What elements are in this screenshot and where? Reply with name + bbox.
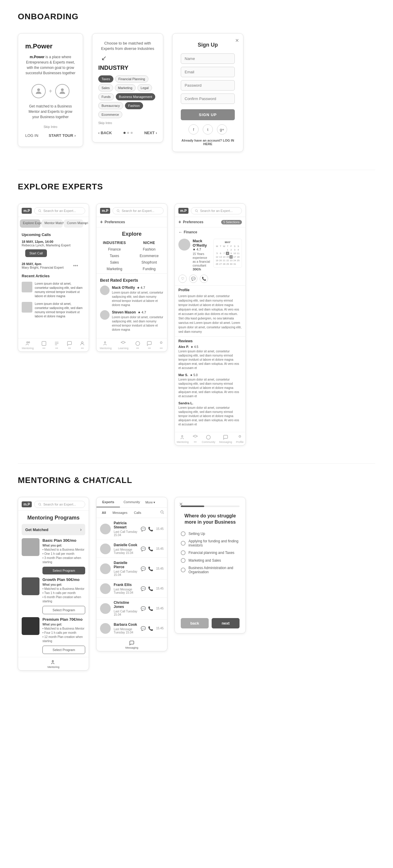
prefs-label-2[interactable]: Preferences <box>104 220 125 224</box>
chat-item[interactable]: Christine Jones Last Call Tuesday 15.04 … <box>96 597 167 620</box>
close-icon-struggle[interactable]: ✕ <box>179 501 183 507</box>
search-bar-m1[interactable]: Search for an Expert... <box>34 501 85 508</box>
tab-explore-experts[interactable]: Explore Experts <box>20 219 40 228</box>
twitter-icon[interactable]: t <box>203 124 213 134</box>
filter-calls[interactable]: Calls <box>131 510 143 515</box>
tag-ecommerce[interactable]: Ecommerce <box>98 111 122 118</box>
back-finance[interactable]: ← Finance <box>175 227 245 236</box>
skip-intro-1[interactable]: Skip Intro <box>43 125 57 128</box>
call-icon-chat[interactable]: 📞 <box>148 566 153 571</box>
tag-fashion[interactable]: Fashion <box>125 102 143 109</box>
nav-mentoring-m1[interactable]: Mentoring <box>48 660 59 669</box>
struggle-option[interactable]: Marketing and Sales <box>181 558 240 563</box>
tab-community[interactable]: Community <box>120 497 143 507</box>
nav-2[interactable]: ••• <box>41 341 47 350</box>
chat-item[interactable]: Danielle Cook Last Message Tuesday 15.04… <box>96 540 167 558</box>
tag-financial-planning[interactable]: Financial Planning <box>115 75 148 83</box>
filter-all[interactable]: All <box>99 510 108 515</box>
call-icon-chat[interactable]: 📞 <box>148 626 153 631</box>
niche-item-fashion[interactable]: Fashion <box>135 247 163 251</box>
call-icon-chat[interactable]: 📞 <box>148 606 153 611</box>
back-button[interactable]: back <box>181 618 209 628</box>
tag-legal[interactable]: Legal <box>138 84 152 91</box>
select-btn-basic[interactable]: Select Program <box>42 567 85 575</box>
nav-5[interactable]: ••• <box>80 341 85 350</box>
nav-3c[interactable]: ••• <box>193 435 198 443</box>
search-icon-chat[interactable] <box>160 510 164 515</box>
email-input[interactable] <box>181 67 235 77</box>
call-icon-chat[interactable]: 📞 <box>148 547 153 551</box>
industry-item-finance[interactable]: Finance <box>100 247 129 251</box>
message-icon-chat[interactable]: 💬 <box>141 566 146 571</box>
phone-icon[interactable]: 📞 <box>200 275 208 283</box>
nav-mentoring-3[interactable]: Mentoring <box>177 435 189 443</box>
nav-5b[interactable]: ••• <box>158 341 164 350</box>
niche-item-shopfront[interactable]: Shopfront <box>135 260 163 265</box>
prefs-label-3[interactable]: Preferences <box>183 220 203 224</box>
heart-icon[interactable]: ♡ <box>178 275 187 283</box>
facebook-icon[interactable]: f <box>188 124 199 134</box>
tab-comm-masteri[interactable]: Comm Masteri <box>64 219 83 228</box>
back-nav-btn[interactable]: ‹ BACK <box>98 131 112 135</box>
chat-item[interactable]: Frank Ellis Last Message Tuesday 15.04 💬… <box>96 580 167 597</box>
password-input[interactable] <box>181 80 235 91</box>
message-icon-chat[interactable]: 💬 <box>141 626 146 631</box>
search-bar-1[interactable]: Search for an Expert... <box>34 207 85 214</box>
nav-mentoring-2[interactable]: Mentoring <box>100 341 112 350</box>
tabs-arrow[interactable]: › <box>84 219 87 228</box>
industry-item-taxes[interactable]: Taxes <box>100 254 129 258</box>
name-input[interactable] <box>181 54 235 64</box>
tag-business-management[interactable]: Business Management <box>116 93 155 100</box>
struggle-option[interactable]: Financial planning and Taxes <box>181 550 240 555</box>
message-icon-chat[interactable]: 💬 <box>141 547 146 551</box>
call-more-icon[interactable]: ••• <box>69 262 82 270</box>
tag-taxes[interactable]: Taxes <box>98 75 113 83</box>
tab-more[interactable]: More ▾ <box>144 497 167 507</box>
next-nav-btn[interactable]: NEXT › <box>144 131 157 135</box>
tag-funds[interactable]: Funds <box>98 93 114 100</box>
select-btn-growth[interactable]: Select Program <box>42 606 85 614</box>
close-icon[interactable]: ✕ <box>235 38 239 43</box>
message-icon-chat[interactable]: 💬 <box>141 527 146 531</box>
login-link[interactable]: LOG IN <box>25 133 38 138</box>
call-icon-chat[interactable]: 📞 <box>148 527 153 531</box>
struggle-option[interactable]: Setting Up <box>181 531 240 536</box>
skip-intro-2[interactable]: Skip Intro <box>98 121 157 125</box>
tag-sales[interactable]: Sales <box>98 84 113 91</box>
select-btn-premium[interactable]: Select Program <box>42 646 85 654</box>
signup-button[interactable]: SIGN UP <box>181 109 235 120</box>
struggle-option[interactable]: Business Administration and Organisation <box>181 566 240 574</box>
search-bar-2[interactable]: Search for an Expert... <box>113 207 163 214</box>
message-icon-chat[interactable]: 💬 <box>141 606 146 611</box>
prefs-plus-icon-3[interactable]: + <box>178 219 181 225</box>
confirm-password-input[interactable] <box>181 94 235 104</box>
niche-item-funding[interactable]: Funding <box>135 267 163 271</box>
nav-learning[interactable]: Learning <box>118 341 128 350</box>
start-call-btn[interactable]: Start Call <box>25 249 47 257</box>
chat-item[interactable]: Patricia Stewart Last Call Tuesday 15.04… <box>96 518 167 540</box>
google-plus-icon[interactable]: g+ <box>217 124 227 134</box>
nav-mentoring[interactable]: Mentoring <box>22 341 34 350</box>
call-icon-chat[interactable]: 📞 <box>148 586 153 591</box>
nav-profile[interactable]: Profile <box>236 435 244 443</box>
nav-messaging[interactable]: Messaging <box>219 435 232 443</box>
start-tour-btn[interactable]: START TOUR › <box>49 133 76 138</box>
message-icon-chat[interactable]: 💬 <box>141 586 146 591</box>
nav-4b[interactable]: ••• <box>147 341 152 350</box>
chat-nav-messaging[interactable]: Messaging <box>125 640 138 649</box>
industry-item-sales[interactable]: Sales <box>100 260 129 265</box>
niche-item-ecommerce[interactable]: Ecommerce <box>135 254 163 258</box>
nav-community[interactable]: Community <box>202 435 215 443</box>
search-bar-3[interactable]: Search for an Expert... <box>191 207 242 214</box>
nav-3b[interactable]: ••• <box>135 341 141 350</box>
struggle-option[interactable]: Applying for funding and finding investo… <box>181 539 240 548</box>
nav-3[interactable]: ••• <box>54 341 59 350</box>
industry-item-marketing[interactable]: Marketing <box>100 267 129 271</box>
nav-4[interactable]: ••• <box>67 341 72 350</box>
filter-messages[interactable]: Messages <box>110 510 130 515</box>
tab-experts[interactable]: Experts <box>96 497 120 507</box>
tag-marketing[interactable]: Marketing <box>115 84 135 91</box>
chat-item[interactable]: Barbara Cook Last Message Tuesday 15.04 … <box>96 620 167 637</box>
next-button[interactable]: next <box>212 618 240 628</box>
message-icon[interactable]: 💬 <box>189 275 198 283</box>
